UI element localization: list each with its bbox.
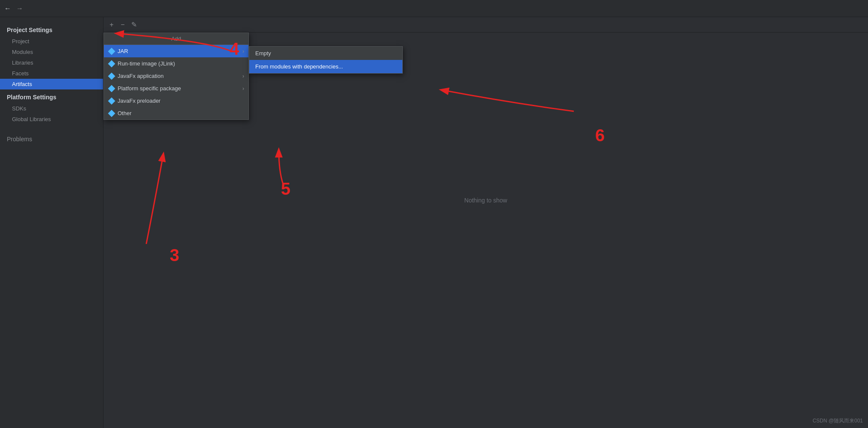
add-artifact-button[interactable]: + [107,20,116,30]
dropdown-item-other[interactable]: Other [104,107,248,119]
svg-text:5: 5 [281,179,290,198]
runtime-icon [108,60,115,67]
sidebar-item-libraries[interactable]: Libraries [0,57,103,68]
dropdown-header: Add [104,33,248,45]
submenu-empty[interactable]: Empty [249,47,402,60]
remove-artifact-button[interactable]: − [118,20,127,30]
platform-settings-heading: Platform Settings [0,91,103,103]
jar-submenu: Empty From modules with dependencies... [249,46,403,74]
main-layout: Project Settings Project Modules Librari… [0,17,868,428]
top-bar: ← → [0,0,868,17]
runtime-label: Run-time image (JLink) [118,60,175,67]
sidebar-item-artifacts[interactable]: Artifacts [0,79,103,89]
sidebar-item-facets[interactable]: Facets [0,68,103,79]
submenu-from-modules[interactable]: From modules with dependencies... [249,60,402,73]
sidebar-item-sdks[interactable]: SDKs [0,103,103,114]
svg-text:3: 3 [170,246,179,265]
sidebar-item-project[interactable]: Project [0,36,103,47]
sidebar: Project Settings Project Modules Librari… [0,17,103,428]
other-icon [108,110,115,117]
platform-arrow: › [242,86,244,92]
javafx-app-icon [108,72,115,80]
dropdown-item-platform[interactable]: Platform specific package › [104,82,248,95]
add-dropdown-menu: Add JAR › Run-time image (JLink) JavaFx … [103,33,249,120]
nothing-to-show-label: Nothing to show [464,197,507,204]
problems-heading[interactable]: Problems [0,133,103,145]
javafx-app-arrow: › [242,73,244,79]
sidebar-item-global-libraries[interactable]: Global Libraries [0,114,103,125]
sidebar-item-modules[interactable]: Modules [0,47,103,57]
platform-label: Platform specific package [118,85,181,92]
project-settings-heading: Project Settings [0,24,103,36]
javafx-preloader-icon [108,97,115,104]
edit-artifact-button[interactable]: ✎ [129,20,139,30]
jar-label: JAR [118,48,128,54]
dropdown-item-javafx-preloader[interactable]: JavaFx preloader [104,95,248,107]
forward-button[interactable]: → [16,5,23,12]
jar-icon [108,48,115,55]
dropdown-item-javafx-app[interactable]: JavaFx application › [104,70,248,82]
svg-text:6: 6 [595,126,605,145]
platform-icon [108,85,115,92]
back-button[interactable]: ← [4,5,11,12]
javafx-app-label: JavaFx application [118,73,164,79]
dropdown-item-jar[interactable]: JAR › [104,45,248,57]
content-area: + − ✎ Add JAR › Run-time image (JLink) J… [103,17,868,428]
content-toolbar: + − ✎ [103,17,868,33]
jar-submenu-arrow: › [242,48,244,54]
dropdown-item-runtime[interactable]: Run-time image (JLink) [104,57,248,70]
other-label: Other [118,110,132,116]
watermark: CSDN @随风而来001 [812,417,863,425]
javafx-preloader-label: JavaFx preloader [118,98,160,104]
